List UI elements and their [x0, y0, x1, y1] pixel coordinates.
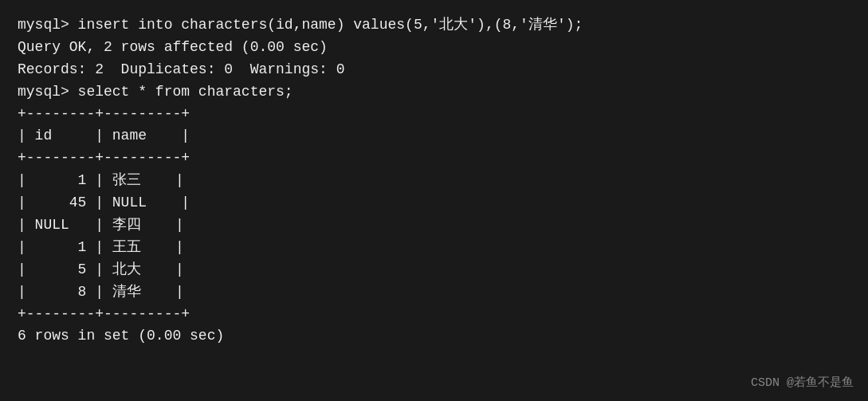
terminal-line-divider3: +--------+---------+: [18, 304, 850, 326]
terminal-window: mysql> insert into characters(id,name) v…: [0, 0, 868, 401]
terminal-line-row1: | 1 | 张三 |: [18, 170, 850, 192]
terminal-line-cmd1: mysql> insert into characters(id,name) v…: [18, 14, 850, 37]
terminal-line-result1: Query OK, 2 rows affected (0.00 sec): [18, 37, 850, 59]
terminal-line-row4: | 1 | 王五 |: [18, 237, 850, 259]
terminal-line-row6: | 8 | 清华 |: [18, 281, 850, 304]
terminal-line-result2: Records: 2 Duplicates: 0 Warnings: 0: [18, 59, 850, 81]
terminal-line-header: | id | name |: [18, 125, 850, 147]
terminal-line-cmd2: mysql> select * from characters;: [18, 81, 850, 104]
watermark: CSDN @若鱼不是鱼: [751, 375, 854, 390]
terminal-line-row5: | 5 | 北大 |: [18, 259, 850, 281]
terminal-line-row2: | 45 | NULL |: [18, 192, 850, 214]
terminal-output: mysql> insert into characters(id,name) v…: [18, 14, 850, 348]
terminal-line-rowcount: 6 rows in set (0.00 sec): [18, 325, 850, 348]
terminal-line-row3: | NULL | 李四 |: [18, 214, 850, 237]
terminal-line-divider1: +--------+---------+: [18, 104, 850, 126]
terminal-line-divider2: +--------+---------+: [18, 147, 850, 170]
